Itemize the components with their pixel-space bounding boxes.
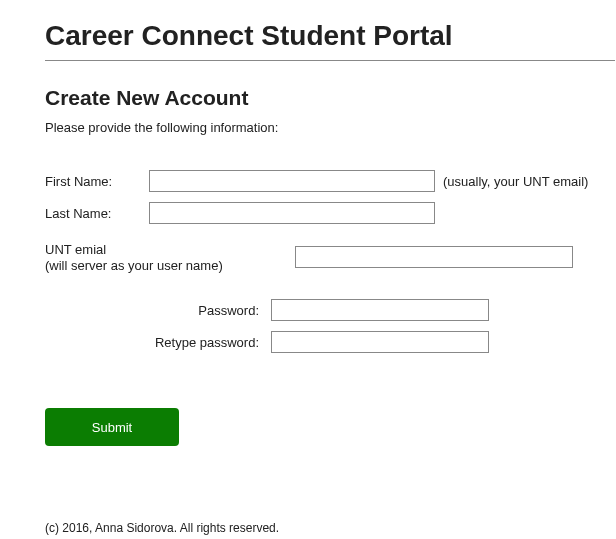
password-row: Password: [45,299,616,321]
submit-button[interactable]: Submit [45,408,179,446]
retype-password-input[interactable] [271,331,489,353]
last-name-row: Last Name: [45,202,616,224]
first-name-row: First Name: (usually, your UNT email) [45,170,616,192]
first-name-hint: (usually, your UNT email) [443,174,588,189]
last-name-input[interactable] [149,202,435,224]
password-input[interactable] [271,299,489,321]
retype-password-label: Retype password: [45,335,271,350]
email-label: UNT emial(will server as your user name) [45,242,295,273]
email-row: UNT emial(will server as your user name) [45,242,616,273]
retype-password-row: Retype password: [45,331,616,353]
email-input[interactable] [295,246,573,268]
password-label: Password: [45,303,271,318]
form-heading: Create New Account [45,86,616,110]
first-name-input[interactable] [149,170,435,192]
first-name-label: First Name: [45,174,149,189]
page-title: Career Connect Student Portal [45,20,616,52]
form-instruction: Please provide the following information… [45,120,616,135]
title-divider [45,60,615,61]
last-name-label: Last Name: [45,206,149,221]
footer-copyright: (c) 2016, Anna Sidorova. All rights rese… [45,521,616,535]
